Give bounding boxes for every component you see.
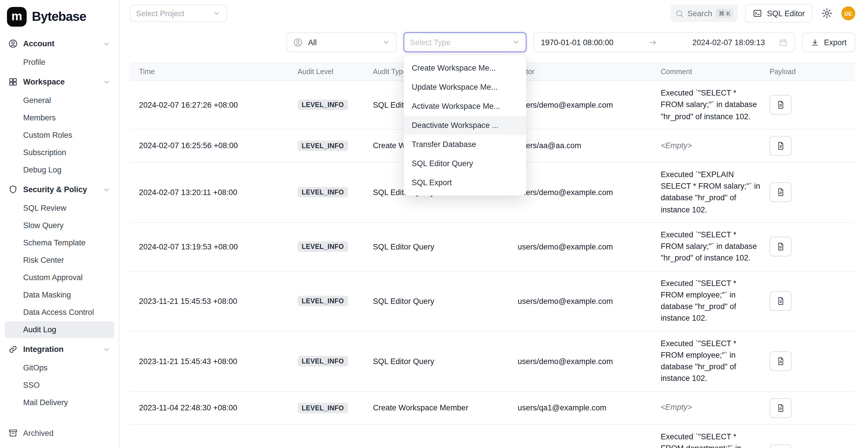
sidebar-nav: AccountProfileWorkspaceGeneralMembersCus… — [0, 32, 119, 423]
file-icon — [776, 403, 785, 412]
col-actor: Actor — [518, 68, 661, 76]
cell-audit-type: SQL Editor Query — [373, 236, 518, 257]
filter-bar: All Select Type Create Workspace Me...Up… — [130, 32, 855, 52]
col-audit-level: Audit Level — [298, 68, 373, 76]
user-circle-icon — [8, 39, 18, 49]
cell-audit-level: LEVEL_INFO — [298, 396, 373, 419]
payload-view-button[interactable] — [770, 351, 792, 371]
date-from[interactable]: 1970-01-01 08:00:00 — [541, 38, 614, 46]
file-icon — [776, 141, 785, 151]
content: All Select Type Create Workspace Me...Up… — [119, 27, 868, 448]
payload-view-button[interactable] — [770, 291, 792, 311]
type-option-transfer-database[interactable]: Transfer Database — [404, 135, 526, 154]
project-select-value: Select Project — [136, 9, 184, 18]
sidebar-item-slow-query[interactable]: Slow Query — [5, 217, 114, 234]
brand[interactable]: m Bytebase — [0, 5, 119, 32]
arrow-right-icon — [619, 38, 687, 46]
cell-comment: Executed `"SELECT * FROM department;"` i… — [661, 424, 770, 448]
cell-actor: users/demo@example.com — [518, 350, 661, 372]
sidebar-group-security-policy[interactable]: Security & Policy — [5, 180, 114, 199]
cell-audit-type: SQL Editor Query — [373, 350, 518, 372]
sidebar-item-mail-delivery[interactable]: Mail Delivery — [5, 394, 114, 411]
sidebar-item-custom-roles[interactable]: Custom Roles — [5, 127, 114, 143]
payload-view-button[interactable] — [770, 136, 792, 156]
sidebar-item-members[interactable]: Members — [5, 109, 114, 126]
search-input[interactable]: Search ⌘ K — [671, 5, 738, 22]
type-option-activate-workspace-me[interactable]: Activate Workspace Me... — [404, 97, 526, 116]
cell-actor: users/demo@example.com — [518, 94, 661, 116]
type-option-sql-editor-query[interactable]: SQL Editor Query — [404, 154, 526, 173]
cell-payload — [770, 285, 855, 317]
sidebar-item-data-access-control[interactable]: Data Access Control — [5, 304, 114, 321]
sidebar-item-archived[interactable]: Archived — [0, 423, 119, 443]
type-filter-select[interactable]: Select Type Create Workspace Me...Update… — [404, 32, 526, 52]
sidebar-group-workspace[interactable]: Workspace — [5, 72, 114, 91]
payload-view-button[interactable] — [770, 237, 792, 256]
type-option-deactivate-workspace[interactable]: Deactivate Workspace ... — [404, 116, 526, 135]
sidebar: m Bytebase AccountProfileWorkspaceGenera… — [0, 0, 119, 448]
sidebar-item-audit-log[interactable]: Audit Log — [5, 321, 114, 338]
type-option-create-workspace-me[interactable]: Create Workspace Me... — [404, 59, 526, 77]
cell-comment: <Empty> — [661, 395, 770, 420]
level-badge: LEVEL_INFO — [298, 356, 348, 366]
sidebar-item-debug-log[interactable]: Debug Log — [5, 161, 114, 178]
archive-icon — [8, 428, 18, 438]
chevron-down-icon — [102, 78, 111, 86]
cell-comment: Executed `"EXPLAIN SELECT * FROM salary;… — [661, 163, 770, 222]
avatar[interactable]: DE — [841, 6, 855, 20]
export-button[interactable]: Export — [802, 32, 855, 52]
date-range-picker[interactable]: 1970-01-01 08:00:00 2024-02-07 18:09:13 — [533, 32, 795, 52]
col-comment: Comment — [661, 68, 770, 76]
chevron-down-icon — [102, 40, 111, 48]
level-badge: LEVEL_INFO — [298, 403, 348, 413]
user-circle-icon — [293, 37, 303, 47]
file-icon — [776, 357, 785, 366]
sidebar-item-sso[interactable]: SSO — [5, 377, 114, 393]
sidebar-group-account[interactable]: Account — [5, 34, 114, 53]
sidebar-item-subscription[interactable]: Subscription — [5, 144, 114, 161]
sidebar-item-gitops[interactable]: GitOps — [5, 359, 114, 376]
sidebar-item-schema-template[interactable]: Schema Template — [5, 234, 114, 251]
table-row: 2023-11-21 15:45:43 +08:00LEVEL_INFOSQL … — [130, 331, 855, 391]
cell-payload — [770, 345, 855, 377]
type-option-update-workspace-me[interactable]: Update Workspace Me... — [404, 77, 526, 97]
sidebar-group-integration[interactable]: Integration — [5, 340, 114, 359]
type-option-sql-export[interactable]: SQL Export — [404, 173, 526, 192]
cell-actor: users/qa1@example.com — [518, 397, 661, 418]
avatar-initials: DE — [844, 10, 852, 17]
sidebar-item-general[interactable]: General — [5, 92, 114, 109]
sql-editor-button[interactable]: SQL Editor — [746, 4, 812, 23]
search-shortcut: ⌘ K — [716, 9, 733, 18]
sidebar-item-profile[interactable]: Profile — [5, 54, 114, 71]
cell-audit-level: LEVEL_INFO — [298, 350, 373, 373]
calendar-icon — [779, 38, 787, 46]
project-select[interactable]: Select Project — [130, 5, 227, 22]
cell-audit-level: LEVEL_INFO — [298, 289, 373, 313]
level-badge: LEVEL_INFO — [298, 242, 348, 252]
sidebar-item-sql-review[interactable]: SQL Review — [5, 200, 114, 217]
chevron-down-icon — [382, 38, 390, 46]
payload-view-button[interactable] — [770, 95, 792, 115]
payload-view-button[interactable] — [770, 398, 792, 418]
cell-payload — [770, 130, 855, 162]
cell-actor: users/demo@example.com — [518, 290, 661, 312]
archived-label: Archived — [23, 429, 54, 438]
file-icon — [776, 242, 785, 251]
chevron-down-icon — [102, 345, 111, 353]
gear-icon — [821, 7, 833, 19]
cell-comment: <Empty> — [661, 133, 770, 158]
settings-button[interactable] — [820, 6, 834, 20]
sidebar-item-data-masking[interactable]: Data Masking — [5, 287, 114, 303]
brand-name: Bytebase — [32, 9, 86, 24]
cell-audit-type: SQL Editor Query — [373, 444, 518, 448]
payload-view-button[interactable] — [770, 183, 792, 202]
payload-view-button[interactable] — [770, 445, 792, 448]
sidebar-item-risk-center[interactable]: Risk Center — [5, 252, 114, 268]
sidebar-item-custom-approval[interactable]: Custom Approval — [5, 269, 114, 286]
cell-actor: users/demo@example.com — [518, 444, 661, 448]
actor-filter-select[interactable]: All — [287, 32, 397, 52]
date-to[interactable]: 2024-02-07 18:09:13 — [692, 38, 765, 46]
cell-audit-level: LEVEL_INFO — [298, 181, 373, 204]
cell-comment: Executed `"SELECT * FROM salary;"` in da… — [661, 81, 770, 129]
cell-comment: Executed `"SELECT * FROM employee;"` in … — [661, 331, 770, 391]
